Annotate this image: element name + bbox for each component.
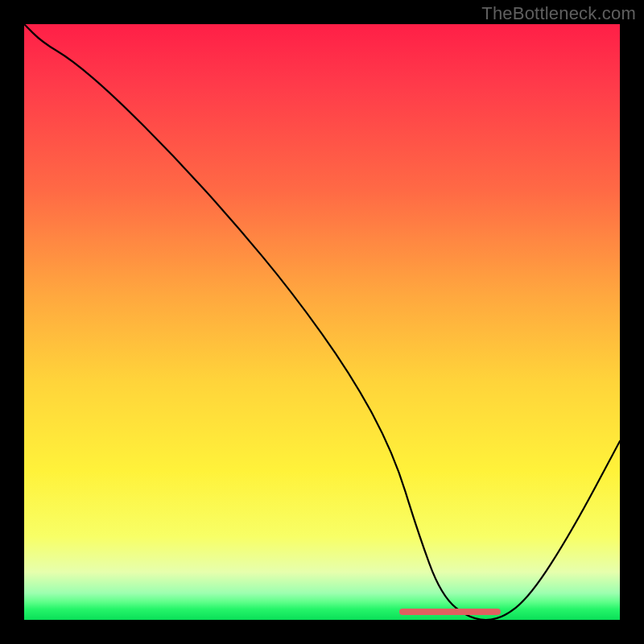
chart-frame: TheBottleneck.com <box>0 0 644 644</box>
optimal-range-marker <box>399 609 501 615</box>
watermark-text: TheBottleneck.com <box>481 3 636 24</box>
plot-area <box>24 24 620 620</box>
gradient-background <box>24 24 620 620</box>
